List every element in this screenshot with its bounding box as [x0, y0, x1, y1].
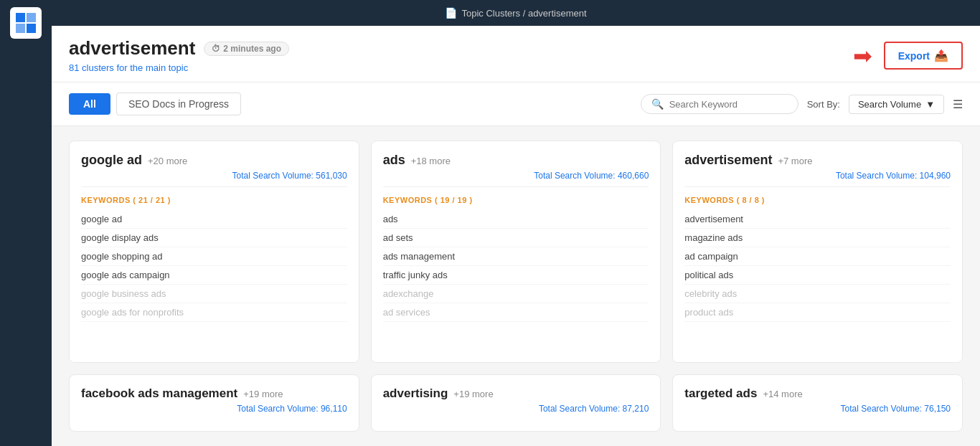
toolbar-right: 🔍 Sort By: Search Volume ▼ ☰	[641, 94, 963, 114]
content-area: google ad +20 more Total Search Volume: …	[52, 126, 980, 446]
keyword-search-box[interactable]: 🔍	[641, 94, 798, 114]
bottom-card-more: +19 more	[243, 389, 283, 399]
card-volume: Total Search Volume: 104,960	[684, 171, 951, 187]
svg-rect-3	[27, 24, 36, 33]
cluster-count: 81 clusters for the main topic	[69, 62, 289, 73]
bottom-card-title: facebook ads management	[81, 386, 237, 401]
keywords-label: KEYWORDS ( 21 / 21 )	[81, 196, 347, 204]
keywords-label: KEYWORDS ( 19 / 19 )	[383, 196, 649, 204]
main-content: 📄 Topic Clusters / advertisement adverti…	[52, 0, 980, 446]
arrow-icon: ➡	[853, 42, 872, 70]
keyword-item: advertisement	[684, 210, 951, 229]
cluster-card[interactable]: ads +18 more Total Search Volume: 460,66…	[371, 141, 661, 363]
keyword-item: google display ads	[81, 229, 347, 247]
all-filter-button[interactable]: All	[69, 93, 110, 115]
card-title: advertisement	[684, 153, 772, 168]
card-title: google ad	[81, 153, 142, 168]
search-icon: 🔍	[651, 98, 664, 110]
card-header: advertisement +7 more	[684, 153, 951, 168]
card-header: google ad +20 more	[81, 153, 347, 168]
card-volume: Total Search Volume: 561,030	[81, 171, 347, 187]
cluster-cards-grid: google ad +20 more Total Search Volume: …	[69, 141, 963, 363]
header-right: ➡ Export 📤	[853, 37, 963, 70]
bottom-card-header: advertising +19 more	[383, 386, 649, 401]
keyword-item: google ad	[81, 210, 347, 229]
export-button[interactable]: Export 📤	[884, 42, 963, 70]
bottom-cluster-card[interactable]: targeted ads +14 more Total Search Volum…	[672, 374, 963, 432]
keyword-item: political ads	[684, 266, 951, 285]
card-more: +7 more	[778, 156, 812, 166]
keywords-label: KEYWORDS ( 8 / 8 )	[684, 196, 951, 204]
card-more: +18 more	[411, 156, 451, 166]
sort-value: Search Volume	[858, 99, 921, 110]
keyword-item: google ads campaign	[81, 266, 347, 285]
sort-dropdown[interactable]: Search Volume ▼	[849, 95, 944, 114]
bottom-card-title: advertising	[383, 386, 448, 401]
clock-icon: ⏱	[212, 44, 220, 54]
keyword-item: ad sets	[383, 229, 649, 247]
bottom-cluster-card[interactable]: advertising +19 more Total Search Volume…	[371, 374, 661, 432]
card-header: ads +18 more	[383, 153, 649, 168]
card-volume: Total Search Volume: 460,660	[383, 171, 649, 187]
bottom-card-header: targeted ads +14 more	[684, 386, 951, 401]
keyword-item: ads management	[383, 247, 649, 266]
bottom-cards-grid: facebook ads management +19 more Total S…	[69, 374, 963, 432]
bottom-card-title: targeted ads	[684, 386, 757, 401]
keyword-item: google shopping ad	[81, 247, 347, 266]
sidebar	[0, 0, 52, 446]
bottom-card-volume: Total Search Volume: 96,110	[81, 404, 347, 414]
search-input[interactable]	[669, 99, 788, 110]
export-icon: 📤	[934, 49, 948, 62]
header-left: advertisement ⏱ 2 minutes ago 81 cluster…	[69, 37, 289, 73]
bottom-card-volume: Total Search Volume: 87,210	[383, 404, 649, 414]
bottom-card-volume: Total Search Volume: 76,150	[684, 404, 951, 414]
keyword-item: traffic junky ads	[383, 266, 649, 285]
keyword-item: magazine ads	[684, 229, 951, 247]
card-fade	[372, 319, 661, 362]
time-badge: ⏱ 2 minutes ago	[204, 42, 289, 56]
card-title: ads	[383, 153, 405, 168]
sidebar-logo[interactable]	[10, 7, 42, 39]
keyword-item: ad campaign	[684, 247, 951, 266]
export-label: Export	[898, 50, 930, 62]
topbar-doc-icon: 📄	[445, 7, 457, 19]
card-more: +20 more	[148, 156, 187, 166]
seo-docs-filter-button[interactable]: SEO Docs in Progress	[116, 92, 241, 115]
top-bar: 📄 Topic Clusters / advertisement	[52, 0, 980, 26]
svg-rect-2	[16, 24, 25, 33]
cluster-card[interactable]: google ad +20 more Total Search Volume: …	[69, 141, 359, 363]
filter-toolbar: All SEO Docs in Progress 🔍 Sort By: Sear…	[52, 82, 980, 126]
chevron-down-icon: ▼	[925, 99, 935, 110]
card-fade	[70, 319, 359, 362]
keyword-item: google business ads	[81, 285, 347, 303]
bottom-card-header: facebook ads management +19 more	[81, 386, 347, 401]
bottom-card-more: +19 more	[453, 389, 493, 399]
filter-buttons: All SEO Docs in Progress	[69, 92, 241, 115]
page-title-row: advertisement ⏱ 2 minutes ago	[69, 37, 289, 60]
svg-rect-0	[16, 13, 25, 22]
cluster-card[interactable]: advertisement +7 more Total Search Volum…	[672, 141, 963, 363]
bottom-cluster-card[interactable]: facebook ads management +19 more Total S…	[69, 374, 359, 432]
card-fade	[673, 319, 962, 362]
keyword-item: celebrity ads	[684, 285, 951, 303]
bottom-card-more: +14 more	[763, 389, 802, 399]
sort-filter-icon[interactable]: ☰	[953, 98, 963, 111]
page-title: advertisement	[69, 37, 195, 60]
keyword-item: adexchange	[383, 285, 649, 303]
keyword-item: ads	[383, 210, 649, 229]
sort-by-label: Sort By:	[807, 99, 840, 110]
topbar-breadcrumb: Topic Clusters / advertisement	[461, 8, 586, 19]
svg-rect-1	[27, 13, 36, 22]
page-header: advertisement ⏱ 2 minutes ago 81 cluster…	[52, 26, 980, 82]
